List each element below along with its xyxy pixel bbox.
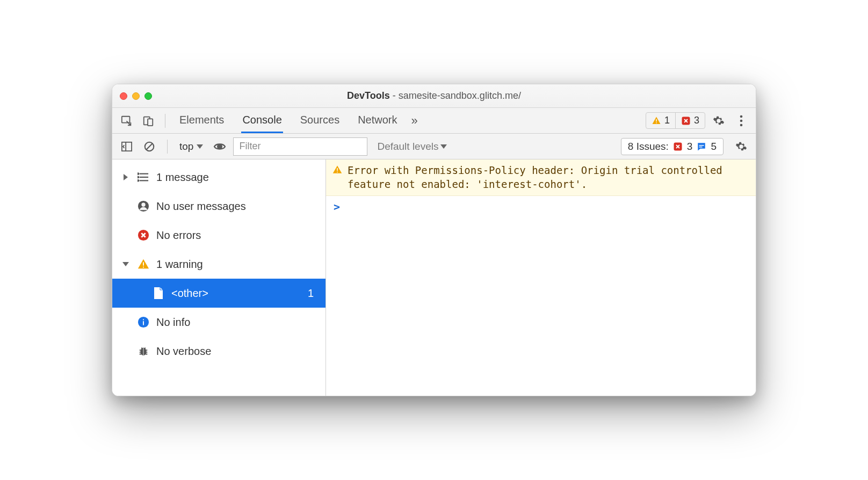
console-prompt[interactable]: >	[326, 196, 756, 217]
svg-rect-2	[148, 119, 153, 126]
svg-rect-33	[337, 168, 338, 171]
dropdown-icon	[197, 144, 203, 149]
chevron-down-icon	[122, 262, 129, 266]
chevron-right-icon	[124, 174, 128, 180]
warning-text: Error with Permissions-Policy header: Or…	[348, 164, 749, 191]
svg-rect-27	[143, 267, 144, 268]
sidebar-label: No user messages	[156, 200, 246, 213]
title-app: DevTools	[347, 90, 390, 101]
toolbar-divider	[165, 114, 165, 128]
svg-point-6	[740, 115, 743, 118]
issues-info-count: 5	[711, 141, 717, 152]
user-icon	[137, 200, 150, 212]
execution-context-selector[interactable]: top	[176, 140, 206, 154]
warnings-badge[interactable]: 1	[646, 113, 675, 128]
sidebar-item-verbose[interactable]: No verbose	[112, 337, 326, 366]
warning-icon	[137, 258, 150, 270]
console-warning-message[interactable]: Error with Permissions-Policy header: Or…	[326, 159, 756, 196]
panel-tabs: Elements Console Sources Network	[178, 108, 399, 133]
inspect-element-icon[interactable]	[118, 112, 136, 130]
warning-icon	[652, 116, 661, 126]
sidebar-item-user[interactable]: No user messages	[112, 192, 326, 221]
log-levels-selector[interactable]: Default levels	[377, 141, 447, 152]
svg-rect-15	[699, 145, 704, 146]
clear-console-icon[interactable]	[140, 137, 158, 156]
live-expression-icon[interactable]	[211, 137, 229, 156]
sidebar-item-other[interactable]: <other> 1	[112, 279, 326, 308]
console-settings-icon[interactable]	[732, 137, 750, 156]
console-filter-input[interactable]	[233, 137, 367, 156]
error-icon	[137, 229, 150, 241]
issues-label: 8 Issues:	[628, 141, 669, 152]
info-chat-icon	[697, 142, 706, 151]
levels-label: Default levels	[377, 141, 438, 152]
sidebar-label: No verbose	[156, 345, 211, 358]
svg-rect-16	[699, 147, 703, 148]
sidebar-item-messages[interactable]: 1 message	[112, 163, 326, 192]
minimize-window-button[interactable]	[132, 92, 140, 100]
prompt-chevron-icon: >	[334, 200, 340, 213]
sidebar-label: 1 message	[156, 171, 209, 184]
kebab-menu-icon[interactable]	[732, 112, 750, 130]
list-icon	[137, 172, 150, 183]
sidebar-count: 1	[308, 287, 320, 300]
tab-elements[interactable]: Elements	[178, 108, 225, 133]
info-icon	[137, 316, 150, 328]
status-badges[interactable]: 1 3	[646, 112, 705, 129]
svg-rect-4	[656, 122, 657, 123]
console-output: Error with Permissions-Policy header: Or…	[326, 159, 756, 396]
close-window-button[interactable]	[120, 92, 127, 100]
error-icon	[681, 116, 691, 126]
svg-point-20	[138, 173, 139, 174]
toggle-sidebar-icon[interactable]	[118, 137, 136, 156]
tab-sources[interactable]: Sources	[299, 108, 341, 133]
sidebar-item-errors[interactable]: No errors	[112, 221, 326, 250]
issues-button[interactable]: 8 Issues: 3 5	[621, 138, 724, 155]
svg-line-12	[147, 143, 153, 149]
svg-point-7	[740, 119, 743, 122]
bug-icon	[137, 345, 150, 357]
title-url: samesite-sandbox.glitch.me/	[399, 90, 521, 101]
svg-point-22	[138, 180, 139, 181]
window-titlebar: DevTools - samesite-sandbox.glitch.me/	[112, 84, 756, 108]
svg-point-8	[740, 123, 743, 126]
dropdown-icon	[440, 144, 447, 149]
console-body: 1 message No user messages No errors	[112, 159, 756, 396]
warning-icon	[332, 165, 342, 174]
console-sidebar: 1 message No user messages No errors	[112, 159, 326, 396]
issues-errors-count: 3	[687, 141, 693, 152]
devtools-window: DevTools - samesite-sandbox.glitch.me/ E…	[112, 84, 756, 396]
traffic-lights	[120, 92, 152, 100]
svg-rect-0	[122, 116, 130, 122]
svg-rect-34	[337, 172, 338, 173]
errors-count: 3	[694, 115, 699, 126]
tab-network[interactable]: Network	[357, 108, 398, 133]
file-icon	[152, 287, 165, 300]
more-tabs-icon[interactable]: »	[411, 114, 418, 128]
svg-rect-3	[656, 119, 657, 122]
errors-badge[interactable]: 3	[675, 113, 705, 128]
sidebar-item-info[interactable]: No info	[112, 308, 326, 337]
sidebar-label: <other>	[171, 287, 208, 300]
consolebar-divider	[167, 140, 168, 154]
window-title: DevTools - samesite-sandbox.glitch.me/	[152, 90, 716, 101]
error-icon	[673, 142, 683, 151]
sidebar-label: No info	[156, 316, 190, 329]
tab-console[interactable]: Console	[241, 108, 283, 133]
sidebar-item-warnings[interactable]: 1 warning	[112, 250, 326, 279]
device-toggle-icon[interactable]	[139, 112, 157, 130]
svg-point-24	[141, 203, 145, 207]
sidebar-label: 1 warning	[156, 258, 203, 271]
settings-icon[interactable]	[710, 112, 728, 130]
svg-rect-30	[143, 319, 144, 321]
svg-rect-29	[143, 321, 144, 325]
svg-rect-26	[143, 262, 144, 265]
sidebar-label: No errors	[156, 229, 201, 242]
svg-point-21	[138, 177, 139, 178]
console-toolbar: top Default levels 8 Issues: 3 5	[112, 134, 756, 159]
devtools-toolbar: Elements Console Sources Network » 1 3	[112, 108, 756, 134]
zoom-window-button[interactable]	[144, 92, 152, 100]
context-label: top	[179, 141, 193, 152]
warnings-count: 1	[664, 115, 670, 126]
